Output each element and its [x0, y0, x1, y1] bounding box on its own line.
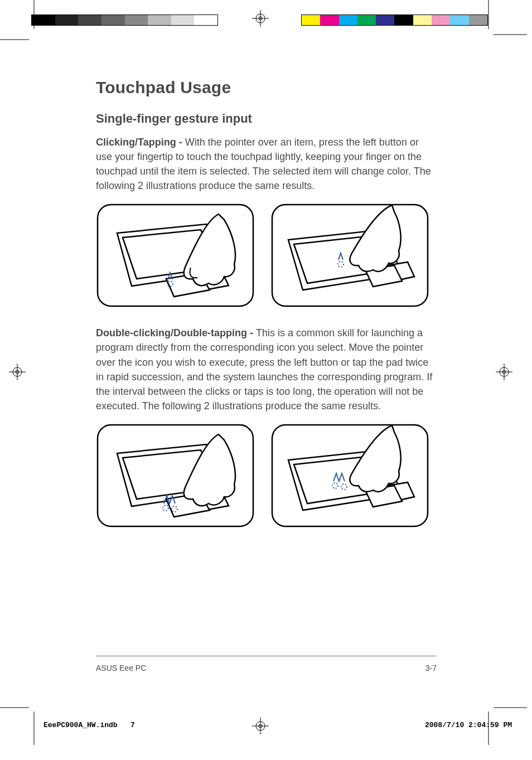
- illustration-double-tap-pad: [270, 423, 429, 528]
- crop-mark-bl-v: [31, 711, 37, 745]
- paragraph-body: This is a common skill for launching a p…: [96, 327, 432, 411]
- footer-page-number: 3-7: [425, 664, 437, 672]
- paragraph-clicking-tapping: Clicking/Tapping - With the pointer over…: [96, 135, 437, 193]
- illustration-tap-pad: [270, 203, 429, 308]
- subheading-single-finger: Single-finger gesture input: [96, 112, 437, 126]
- page-content: Touchpad Usage Single-finger gesture inp…: [96, 78, 437, 546]
- footer-product-name: ASUS Eee PC: [96, 664, 146, 672]
- illustration-row-2: [96, 423, 437, 528]
- paragraph-lead: Clicking/Tapping -: [96, 137, 185, 148]
- crop-mark-br: [488, 705, 527, 710]
- illustration-row-1: [96, 203, 437, 308]
- crop-mark-tl-v: [31, 0, 37, 31]
- registration-mark-top: [252, 10, 269, 27]
- illustration-double-click-button: [96, 423, 255, 528]
- registration-mark-bottom: [252, 718, 269, 734]
- heading-touchpad-usage: Touchpad Usage: [96, 78, 437, 97]
- registration-mark-left: [9, 364, 26, 380]
- crop-mark-tl: [0, 32, 33, 49]
- illustration-click-button: [96, 203, 255, 308]
- crop-mark-bl: [0, 705, 33, 710]
- slug-file: EeePC900A_HW.indb 7: [43, 721, 135, 729]
- printer-color-bar-right: [301, 14, 488, 26]
- registration-mark-right: [496, 364, 512, 380]
- paragraph-double-click: Double-clicking/Double-tapping - This is…: [96, 326, 437, 413]
- printer-color-bar-left: [31, 14, 218, 26]
- paragraph-lead: Double-clicking/Double-tapping -: [96, 327, 256, 338]
- crop-mark-tr-v: [486, 0, 491, 31]
- footer-rule: [96, 656, 437, 656]
- slug-timestamp: 2008/7/10 2:04:59 PM: [425, 721, 512, 729]
- crop-mark-tr: [488, 32, 527, 37]
